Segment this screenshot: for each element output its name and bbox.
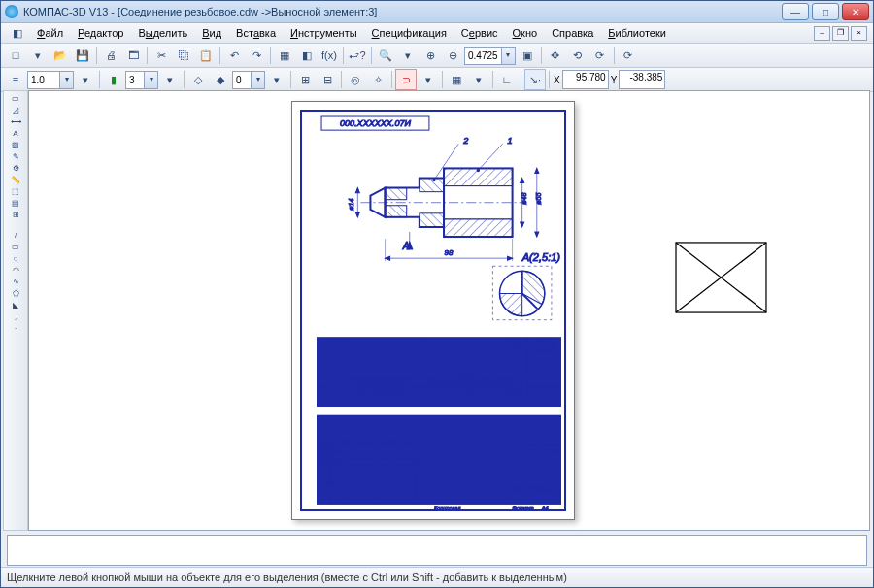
paste-button[interactable]: 📋 (195, 45, 217, 66)
magnet-button[interactable]: ⊃ (395, 69, 417, 90)
menu-help[interactable]: Справка (546, 25, 599, 41)
tool-select[interactable]: ▭ (11, 93, 21, 104)
tool-spl[interactable]: ∿ (11, 277, 21, 287)
svg-text:1:1: 1:1 (546, 463, 556, 472)
line-style-icon[interactable]: ≡ (5, 69, 26, 90)
style-combo[interactable]: 3▾ (125, 71, 158, 89)
menu-insert[interactable]: Вставка (230, 25, 282, 41)
tool-circ[interactable]: ○ (11, 253, 21, 264)
mdi-restore[interactable]: ❐ (832, 26, 849, 41)
svg-marker-21 (355, 212, 359, 217)
tool-poly[interactable]: ⬠ (11, 288, 21, 299)
refresh-button[interactable]: ⟳ (618, 45, 639, 66)
preview-thumbnail (675, 242, 767, 313)
svg-rect-9 (420, 213, 444, 227)
style-dd[interactable]: ▾ (159, 69, 181, 90)
save-button[interactable]: 💾 (72, 45, 93, 66)
zoom-dropdown[interactable]: ▾ (397, 45, 419, 66)
zoom-prev-button[interactable]: ⟲ (567, 45, 588, 66)
vars-button[interactable]: f(x) (319, 45, 340, 66)
tool-rep[interactable]: ⊞ (11, 210, 21, 220)
menu-window[interactable]: Окно (507, 25, 544, 41)
ortho-button[interactable]: ∟ (496, 69, 518, 90)
tool-spec[interactable]: ▤ (11, 198, 21, 209)
tool-hatch[interactable]: ▨ (11, 140, 21, 150)
menu-file[interactable]: Файл (31, 25, 69, 41)
tool-a[interactable]: ⊞ (294, 69, 316, 90)
properties-button[interactable]: ▦ (274, 45, 295, 66)
pan-button[interactable]: ✥ (545, 45, 566, 66)
menu-view[interactable]: Вид (196, 25, 227, 41)
svg-text:1,14: 1,14 (524, 463, 540, 472)
print-button[interactable]: 🖨 (100, 45, 121, 66)
app-window: КОМПАС-3D V13 - [Соединение резьбовое.cd… (0, 0, 874, 588)
svg-text:2: 2 (462, 136, 468, 146)
layers-button[interactable]: ◧ (296, 45, 318, 66)
mdi-close[interactable]: × (851, 26, 867, 41)
svg-text:Масштаб: Масштаб (538, 448, 561, 454)
menu-select[interactable]: Выделить (132, 25, 193, 41)
magnet-dd[interactable]: ▾ (418, 69, 439, 90)
tool-cham[interactable]: ◣ (11, 300, 21, 310)
svg-text:ИГ07.XXXXXX.000: ИГ07.XXXXXX.000 (442, 426, 535, 438)
close-button[interactable]: ✕ (842, 3, 869, 20)
tool-b[interactable]: ⊟ (317, 69, 338, 90)
zoom-combo[interactable]: 0.4725▾ (464, 47, 516, 65)
grid-button[interactable]: ▦ (446, 69, 467, 90)
new-dropdown[interactable]: ▾ (27, 45, 49, 66)
tool-rect[interactable]: ▭ (11, 242, 21, 252)
cut-button[interactable]: ✂ (151, 45, 172, 66)
tool-sel[interactable]: ⬚ (11, 186, 21, 197)
grid-dd[interactable]: ▾ (468, 69, 489, 90)
tool-dim[interactable]: ⟷ (11, 116, 21, 127)
menu-edit[interactable]: Редактор (72, 25, 129, 41)
layer-tool2[interactable]: ◆ (210, 69, 231, 90)
minimize-button[interactable]: — (782, 3, 809, 20)
tool-text[interactable]: A (11, 128, 21, 139)
tool-arc[interactable]: ◠ (11, 265, 21, 276)
menu-spec[interactable]: Спецификация (366, 25, 453, 41)
help-arrow-button[interactable]: ⮐? (347, 45, 368, 66)
menu-tools[interactable]: Инструменты (285, 25, 363, 41)
tool-d[interactable]: ✧ (367, 69, 388, 90)
layer-tool[interactable]: ◇ (187, 69, 209, 90)
zoom-window-button[interactable]: 🔍 (375, 45, 396, 66)
line-width-combo[interactable]: 1.0▾ (27, 71, 74, 89)
menu-service[interactable]: Сервис (455, 25, 504, 41)
svg-text:ø55: ø55 (535, 193, 542, 205)
redo-button[interactable]: ↷ (246, 45, 267, 66)
x-coord[interactable]: 95.780 (562, 70, 609, 89)
tool-geom[interactable]: ◿ (11, 105, 21, 115)
tool-param[interactable]: ⚙ (11, 163, 21, 174)
y-coord[interactable]: -38.385 (619, 70, 665, 89)
tool-edit[interactable]: ✎ (11, 151, 21, 162)
zoom-next-button[interactable]: ⟳ (589, 45, 611, 66)
zoom-fit-button[interactable]: ▣ (517, 45, 538, 66)
tool-meas[interactable]: 📏 (11, 175, 21, 185)
tool-pt[interactable]: · (11, 323, 21, 334)
zoom-in-button[interactable]: ⊕ (420, 45, 441, 66)
layer-dd[interactable]: ▾ (266, 69, 287, 90)
zoom-out-button[interactable]: ⊖ (442, 45, 463, 66)
snap-button[interactable]: ↘· (524, 69, 546, 90)
mdi-minimize[interactable]: – (814, 26, 830, 41)
workarea[interactable]: 000.XXXXXX.07И (28, 90, 870, 531)
property-panel[interactable] (7, 535, 867, 566)
app-menu-icon[interactable]: ◧ (7, 22, 28, 44)
open-button[interactable]: 📂 (50, 45, 71, 66)
maximize-button[interactable]: □ (812, 3, 839, 20)
menu-libs[interactable]: Библиотеки (602, 25, 672, 41)
tool-fil[interactable]: ◞ (11, 311, 21, 322)
svg-marker-33 (508, 256, 513, 260)
ls-dd[interactable]: ▾ (75, 69, 96, 90)
undo-button[interactable]: ↶ (223, 45, 245, 66)
style-icon[interactable]: ▮ (103, 69, 124, 90)
new-button[interactable]: □ (5, 45, 26, 66)
layer-combo[interactable]: 0▾ (232, 71, 265, 89)
tool-c[interactable]: ◎ (345, 69, 366, 90)
preview-button[interactable]: 🗔 (122, 45, 144, 66)
svg-text:Подп.: Подп. (382, 440, 397, 445)
svg-text:ИГ07.XXXXXX.001: ИГ07.XXXXXX.001 (352, 379, 407, 386)
tool-line[interactable]: / (11, 230, 21, 241)
copy-button[interactable]: ⿻ (173, 45, 194, 66)
